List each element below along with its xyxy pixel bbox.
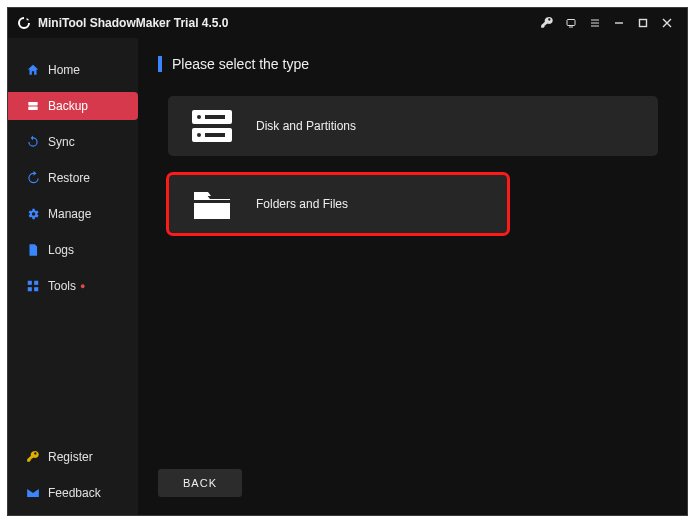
- sidebar-item-label: Home: [48, 63, 80, 77]
- logs-icon: [26, 243, 40, 257]
- sidebar-item-label: Manage: [48, 207, 91, 221]
- option-list: Disk and Partitions Folders and Files: [158, 96, 667, 234]
- svg-rect-13: [205, 115, 225, 119]
- sidebar-item-label: Tools: [48, 279, 76, 293]
- svg-rect-4: [28, 102, 37, 106]
- sidebar-item-home[interactable]: Home: [8, 56, 138, 84]
- disk-partitions-icon: [188, 106, 236, 146]
- minimize-button[interactable]: [607, 11, 631, 35]
- option-disk-and-partitions[interactable]: Disk and Partitions: [168, 96, 658, 156]
- home-icon: [26, 63, 40, 77]
- svg-rect-1: [569, 27, 573, 28]
- sync-icon: [26, 135, 40, 149]
- sidebar-item-manage[interactable]: Manage: [8, 200, 138, 228]
- sidebar-item-restore[interactable]: Restore: [8, 164, 138, 192]
- svg-rect-0: [567, 20, 575, 26]
- svg-rect-3: [640, 20, 647, 27]
- titlebar: MiniTool ShadowMaker Trial 4.5.0: [8, 8, 687, 38]
- menu-icon[interactable]: [583, 11, 607, 35]
- svg-point-14: [197, 133, 201, 137]
- heading-accent-bar-icon: [158, 56, 162, 72]
- register-key-icon: [26, 450, 40, 464]
- tools-icon: [26, 279, 40, 293]
- restore-icon: [26, 171, 40, 185]
- device-icon[interactable]: [559, 11, 583, 35]
- sidebar-item-label: Sync: [48, 135, 75, 149]
- app-logo-icon: [16, 15, 32, 31]
- svg-rect-6: [28, 281, 32, 285]
- sidebar: Home Backup Sync Restore: [8, 38, 138, 515]
- sidebar-item-logs[interactable]: Logs: [8, 236, 138, 264]
- back-button[interactable]: BACK: [158, 469, 242, 497]
- sidebar-item-label: Feedback: [48, 486, 101, 500]
- svg-rect-15: [205, 133, 225, 137]
- app-window: MiniTool ShadowMaker Trial 4.5.0: [7, 7, 688, 516]
- heading-text: Please select the type: [172, 56, 309, 72]
- svg-rect-8: [28, 287, 32, 291]
- svg-rect-7: [34, 281, 38, 285]
- manage-icon: [26, 207, 40, 221]
- sidebar-item-label: Restore: [48, 171, 90, 185]
- notification-dot-icon: ●: [80, 281, 85, 291]
- maximize-button[interactable]: [631, 11, 655, 35]
- close-button[interactable]: [655, 11, 679, 35]
- sidebar-item-tools[interactable]: Tools ●: [8, 272, 138, 300]
- svg-rect-9: [34, 287, 38, 291]
- sidebar-item-backup[interactable]: Backup: [8, 92, 138, 120]
- svg-point-12: [197, 115, 201, 119]
- folder-icon: [188, 184, 236, 224]
- option-label: Folders and Files: [256, 197, 348, 211]
- sidebar-item-sync[interactable]: Sync: [8, 128, 138, 156]
- backup-icon: [26, 99, 40, 113]
- page-heading: Please select the type: [158, 56, 667, 72]
- svg-rect-16: [194, 200, 230, 203]
- back-button-label: BACK: [183, 477, 217, 489]
- main-panel: Please select the type Disk: [138, 38, 687, 515]
- option-folders-and-files[interactable]: Folders and Files: [168, 174, 508, 234]
- sidebar-item-register[interactable]: Register: [8, 443, 138, 471]
- sidebar-item-label: Register: [48, 450, 93, 464]
- sidebar-item-label: Backup: [48, 99, 88, 113]
- app-title: MiniTool ShadowMaker Trial 4.5.0: [38, 16, 229, 30]
- sidebar-item-label: Logs: [48, 243, 74, 257]
- svg-rect-5: [28, 107, 37, 111]
- option-label: Disk and Partitions: [256, 119, 356, 133]
- sidebar-item-feedback[interactable]: Feedback: [8, 479, 138, 507]
- feedback-icon: [26, 486, 40, 500]
- key-icon[interactable]: [535, 11, 559, 35]
